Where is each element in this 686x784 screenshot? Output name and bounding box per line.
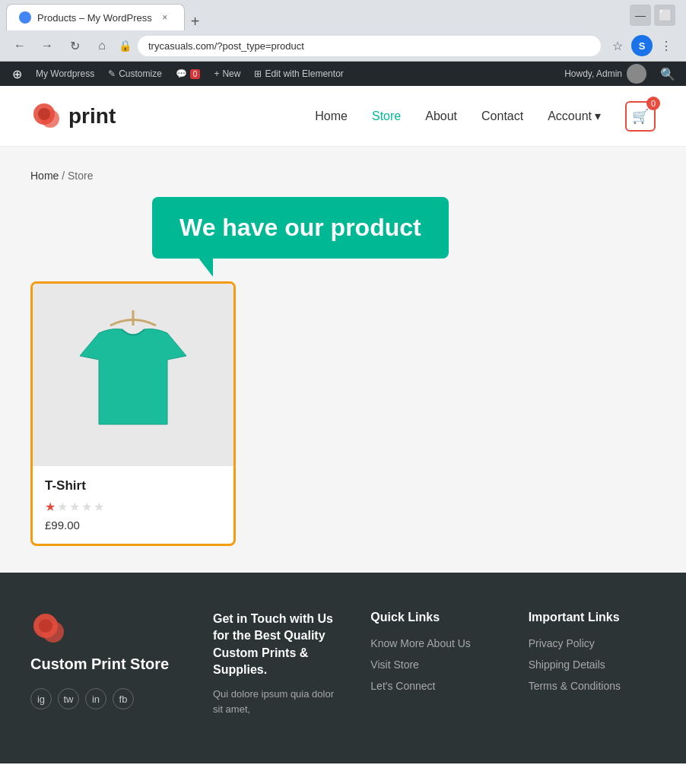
- comments-item[interactable]: 💬 0: [170, 62, 207, 86]
- customize-icon: ✎: [108, 68, 116, 79]
- important-links-list: Privacy Policy Shipping Details Terms & …: [529, 636, 656, 693]
- product-price: £99.00: [45, 519, 221, 532]
- footer-quick-links-col: Quick Links Know More About Us Visit Sto…: [370, 611, 497, 718]
- quick-link-2[interactable]: Visit Store: [370, 658, 497, 671]
- footer-tagline: Get in Touch with Us for the Best Qualit…: [213, 611, 340, 679]
- site-nav: Home Store About Contact Account ▾ 🛒 0: [315, 101, 656, 132]
- linkedin-icon[interactable]: in: [85, 688, 106, 709]
- nav-about[interactable]: About: [425, 110, 457, 123]
- important-link-3[interactable]: Terms & Conditions: [529, 679, 656, 693]
- customize-label: Customize: [119, 68, 162, 79]
- customize-item[interactable]: ✎ Customize: [102, 62, 168, 86]
- instagram-icon[interactable]: ig: [30, 688, 52, 709]
- site-logo[interactable]: print: [30, 100, 116, 132]
- product-name: T-Shirt: [45, 478, 221, 494]
- footer-social: ig tw in fb: [30, 688, 183, 709]
- back-button[interactable]: ←: [9, 35, 30, 56]
- nav-store[interactable]: Store: [372, 110, 401, 123]
- svg-point-6: [39, 619, 52, 633]
- nav-contact[interactable]: Contact: [481, 110, 523, 123]
- comment-count: 0: [190, 69, 201, 79]
- new-item[interactable]: + New: [208, 62, 246, 86]
- breadcrumb-home[interactable]: Home: [30, 170, 59, 182]
- site-footer: Custom Print Store ig tw in fb Get in To…: [0, 573, 686, 763]
- plus-icon: +: [214, 68, 219, 79]
- tshirt-illustration: [57, 299, 209, 451]
- new-label: New: [222, 68, 240, 79]
- product-info: T-Shirt ★ ★ ★ ★ ★ £99.00: [33, 466, 233, 544]
- profile-icon[interactable]: S: [631, 35, 653, 56]
- cart-button[interactable]: 🛒 0: [625, 101, 656, 132]
- quick-link-1[interactable]: Know More About Us: [370, 636, 497, 650]
- cart-count: 0: [646, 97, 660, 110]
- breadcrumb: Home / Store: [30, 170, 656, 182]
- browser-icon-group: ☆ S ⋮: [607, 35, 677, 56]
- footer-contact-col: Get in Touch with Us for the Best Qualit…: [213, 611, 340, 718]
- twitter-icon[interactable]: tw: [58, 688, 79, 709]
- forward-button[interactable]: →: [37, 35, 58, 56]
- minimize-button[interactable]: —: [630, 5, 651, 26]
- lock-icon: 🔒: [119, 40, 132, 52]
- quick-links-list: Know More About Us Visit Store Let's Con…: [370, 636, 497, 693]
- edit-elementor-label: Edit with Elementor: [265, 68, 343, 79]
- account-label: Account: [548, 110, 592, 123]
- chevron-down-icon: ▾: [595, 109, 601, 123]
- edit-elementor-item[interactable]: ⊞ Edit with Elementor: [248, 62, 349, 86]
- logo-text: print: [68, 104, 116, 129]
- tab-title: Products – My WordPress: [37, 12, 152, 24]
- speech-bubble: We have our product: [152, 197, 449, 259]
- address-bar: ← → ↻ ⌂ 🔒 ☆ S ⋮: [0, 30, 686, 61]
- tab-favicon: [19, 11, 31, 24]
- nav-account[interactable]: Account ▾: [548, 109, 601, 123]
- footer-logo-icon: [30, 611, 68, 649]
- wp-logo-item[interactable]: ⊕: [6, 62, 28, 86]
- product-card[interactable]: T-Shirt ★ ★ ★ ★ ★ £99.00: [30, 281, 236, 546]
- star-1: ★: [45, 500, 56, 514]
- refresh-button[interactable]: ↻: [64, 35, 85, 56]
- star-5: ★: [94, 500, 104, 514]
- nav-home[interactable]: Home: [315, 110, 348, 123]
- address-input[interactable]: [138, 36, 601, 56]
- footer-grid: Custom Print Store ig tw in fb Get in To…: [30, 611, 656, 718]
- howdy-text: Howdy, Admin: [564, 68, 622, 79]
- facebook-icon[interactable]: fb: [113, 688, 134, 709]
- footer-desc: Qui dolore ipsum quia dolor sit amet,: [213, 687, 340, 719]
- wp-search-button[interactable]: 🔍: [656, 62, 680, 86]
- elementor-icon: ⊞: [254, 68, 262, 79]
- new-tab-button[interactable]: +: [185, 13, 206, 30]
- browser-tab[interactable]: Products – My WordPress ×: [6, 4, 185, 30]
- logo-icon: [30, 100, 62, 132]
- tab-close-button[interactable]: ×: [158, 11, 172, 24]
- quick-links-title: Quick Links: [370, 611, 497, 624]
- breadcrumb-store: Store: [68, 170, 93, 182]
- comment-icon: 💬: [176, 68, 187, 79]
- my-wordpress-label: My Wordpress: [36, 68, 94, 79]
- important-link-2[interactable]: Shipping Details: [529, 658, 656, 671]
- wp-admin-right: Howdy, Admin 🔍: [558, 62, 680, 86]
- footer-brand-name: Custom Print Store: [30, 655, 183, 673]
- star-rating: ★ ★ ★ ★ ★: [45, 500, 221, 514]
- star-icon[interactable]: ☆: [607, 35, 628, 56]
- wp-admin-bar: ⊕ My Wordpress ✎ Customize 💬 0 + New ⊞ E…: [0, 62, 686, 86]
- svg-point-2: [38, 108, 50, 120]
- footer-brand-col: Custom Print Store ig tw in fb: [30, 611, 183, 718]
- star-4: ★: [81, 500, 92, 514]
- browser-chrome: Products – My WordPress × + — ⬜ ← → ↻ ⌂ …: [0, 0, 686, 62]
- tab-bar: Products – My WordPress × + — ⬜: [0, 0, 686, 30]
- admin-avatar: [627, 64, 646, 84]
- my-wordpress-item[interactable]: My Wordpress: [30, 62, 100, 86]
- wp-logo-icon: ⊕: [12, 67, 22, 81]
- cart-icon: 🛒: [632, 108, 649, 125]
- site-header: print Home Store About Contact Account ▾…: [0, 86, 686, 147]
- star-3: ★: [69, 500, 80, 514]
- howdy-item[interactable]: Howdy, Admin: [558, 64, 653, 84]
- home-nav-button[interactable]: ⌂: [91, 35, 113, 56]
- product-image: [33, 284, 233, 466]
- maximize-button[interactable]: ⬜: [654, 5, 675, 26]
- quick-link-3[interactable]: Let's Connect: [370, 679, 497, 693]
- menu-icon[interactable]: ⋮: [656, 35, 677, 56]
- important-link-1[interactable]: Privacy Policy: [529, 636, 656, 650]
- star-2: ★: [57, 500, 68, 514]
- speech-bubble-container: We have our product: [152, 197, 656, 259]
- important-links-title: Important Links: [529, 611, 656, 624]
